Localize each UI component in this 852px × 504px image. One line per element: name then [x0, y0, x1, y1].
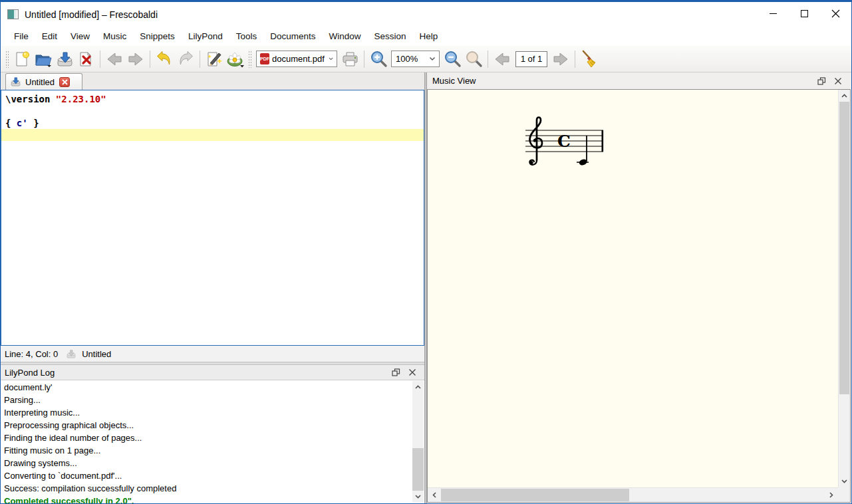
toolbar-separator: [200, 51, 200, 68]
close-button[interactable]: [820, 2, 851, 25]
tab-close-button[interactable]: [59, 77, 70, 87]
pitch-c: c': [17, 118, 28, 128]
edit-in-place-button[interactable]: [204, 49, 225, 70]
zoom-out-icon: [444, 50, 462, 68]
chevron-down-icon: [429, 57, 436, 61]
tab-label: Untitled: [25, 77, 55, 87]
music-horizontal-scrollbar[interactable]: [428, 487, 838, 502]
scrollbar-thumb[interactable]: [839, 102, 849, 394]
music-view-header[interactable]: Music View: [427, 72, 851, 89]
toolbar-separator: [150, 51, 150, 68]
previous-page-button[interactable]: [492, 49, 513, 70]
toolbar-separator: [364, 51, 364, 68]
toolbar-grip[interactable]: [5, 51, 9, 68]
page-indicator[interactable]: 1 of 1: [515, 51, 547, 67]
document-selector-combo[interactable]: PDF document.pdf: [256, 51, 337, 67]
close-icon: [62, 79, 68, 85]
document-combo-value: document.pdf: [272, 54, 325, 64]
menu-session[interactable]: Session: [367, 29, 412, 44]
redo-icon: [177, 51, 194, 67]
title-bar[interactable]: Untitled [modified] – Frescobaldi: [1, 2, 851, 27]
minimize-icon: [770, 13, 777, 14]
menu-view[interactable]: View: [64, 29, 96, 44]
go-forward-button[interactable]: [125, 49, 146, 70]
save-icon: [10, 76, 21, 87]
scrollbar-thumb[interactable]: [412, 448, 424, 491]
lilypond-icon: [226, 51, 245, 68]
code-editor[interactable]: \version "2.23.10" { c' }: [1, 90, 424, 346]
chevron-down-icon: [841, 479, 847, 483]
magnifier-button[interactable]: [463, 49, 484, 70]
close-panel-button[interactable]: [834, 77, 842, 85]
open-folder-icon: [34, 51, 53, 68]
lilypond-log-output[interactable]: document.ly' Parsing... Interpreting mus…: [1, 380, 424, 503]
zoom-in-button[interactable]: [368, 49, 389, 70]
save-document-button[interactable]: [54, 49, 75, 70]
scroll-left-button[interactable]: [428, 488, 441, 502]
undo-button[interactable]: [154, 49, 175, 70]
scroll-down-button[interactable]: [839, 475, 850, 487]
current-line-highlight: [1, 129, 424, 141]
menu-music[interactable]: Music: [96, 29, 133, 44]
scrollbar-thumb[interactable]: [441, 489, 629, 501]
menu-lilypond[interactable]: LilyPond: [182, 29, 229, 44]
forward-arrow-icon: [127, 51, 144, 67]
scroll-up-button[interactable]: [839, 90, 850, 102]
menu-edit[interactable]: Edit: [35, 29, 64, 44]
zoom-combo-value: 100%: [396, 54, 418, 64]
cursor-position: Line: 4, Col: 0: [5, 349, 58, 359]
chevron-up-icon: [415, 385, 421, 389]
close-document-button[interactable]: [75, 49, 96, 70]
window-title: Untitled [modified] – Frescobaldi: [25, 9, 158, 20]
scroll-down-button[interactable]: [412, 491, 424, 503]
menu-documents[interactable]: Documents: [263, 29, 322, 44]
score-notation: C: [523, 110, 609, 180]
document-tab-bar: Untitled: [1, 72, 424, 90]
final-barline: [602, 130, 604, 152]
maximize-button[interactable]: [789, 2, 820, 25]
pencil-page-icon: [206, 51, 223, 68]
version-string: "2.23.10": [56, 94, 106, 104]
music-view-page[interactable]: C: [427, 89, 851, 503]
log-line: Fitting music on 1 page...: [4, 444, 424, 457]
scroll-up-button[interactable]: [412, 381, 424, 393]
new-document-button[interactable]: [11, 49, 33, 70]
music-vertical-scrollbar[interactable]: [838, 90, 850, 487]
lilypond-compile-button[interactable]: [225, 49, 246, 70]
note-c: [577, 136, 589, 166]
next-page-button[interactable]: [550, 49, 571, 70]
lilypond-log-header[interactable]: LilyPond Log: [1, 365, 424, 380]
zoom-out-button[interactable]: [442, 49, 463, 70]
log-line: document.ly': [4, 381, 424, 394]
zoom-level-combo[interactable]: 100%: [391, 51, 440, 67]
tab-untitled[interactable]: Untitled: [5, 73, 82, 90]
log-line: Interpreting music...: [4, 406, 424, 419]
float-panel-button[interactable]: [392, 368, 400, 376]
log-line: Success: compilation successfully comple…: [4, 482, 424, 495]
log-vertical-scrollbar[interactable]: [412, 381, 424, 503]
chevron-left-icon: [432, 492, 436, 498]
toolbar-separator: [100, 51, 100, 68]
close-panel-button[interactable]: [408, 368, 416, 376]
menu-snippets[interactable]: Snippets: [133, 29, 182, 44]
minimize-button[interactable]: [758, 2, 789, 25]
toolbar-separator: [575, 51, 575, 68]
menu-window[interactable]: Window: [322, 29, 367, 44]
menu-help[interactable]: Help: [413, 29, 445, 44]
menu-file[interactable]: File: [7, 29, 35, 44]
lilypond-keyword: \version: [5, 94, 56, 104]
open-document-button[interactable]: [33, 49, 54, 70]
menu-tools[interactable]: Tools: [229, 29, 264, 44]
float-panel-button[interactable]: [817, 77, 826, 85]
app-icon: [7, 9, 19, 19]
log-line: Converting to `document.pdf'...: [4, 469, 424, 482]
redo-button[interactable]: [175, 49, 196, 70]
clear-music-view-button[interactable]: [579, 49, 600, 70]
print-button[interactable]: [339, 49, 360, 70]
toolbar-grip[interactable]: [248, 51, 252, 68]
scroll-right-button[interactable]: [825, 488, 838, 502]
status-document-name: Untitled: [82, 349, 111, 359]
go-back-button[interactable]: [104, 49, 125, 70]
chevron-down-icon: [329, 57, 333, 61]
save-icon: [56, 51, 74, 68]
